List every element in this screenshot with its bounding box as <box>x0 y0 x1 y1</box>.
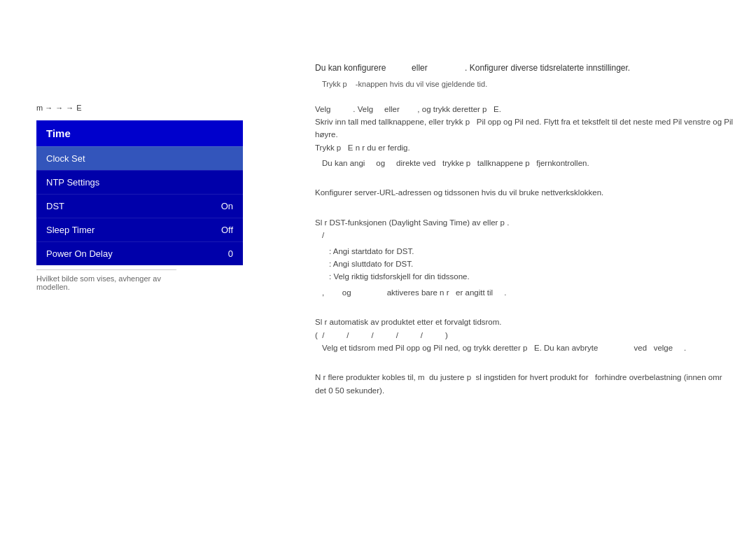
nav-item-dst-label: DST <box>46 201 64 211</box>
sleep-line1: Sl r automatisk av produktet etter et fo… <box>315 316 735 328</box>
footnote-text: Hvilket bilde som vises, avhenger av mod… <box>36 274 161 291</box>
dst-line6: , og aktiveres bare n r er angitt til . <box>322 286 735 299</box>
footnote: Hvilket bilde som vises, avhenger av mod… <box>36 269 176 291</box>
breadcrumb: m → → → E <box>36 104 82 112</box>
clock-set-intro-sub: Trykk p -knappen hvis du vil vise gjelde… <box>322 78 735 90</box>
power-body: N r flere produkter kobles til, m du jus… <box>315 371 735 397</box>
dst-line5: : Velg riktig tidsforskjell for din tids… <box>329 270 735 283</box>
dst-line2: / <box>322 229 735 241</box>
nav-item-dst-value: On <box>221 201 233 211</box>
dst-line4: : Angi sluttdato for DST. <box>329 258 735 270</box>
nav-item-power-on-delay[interactable]: Power On Delay 0 <box>36 241 243 265</box>
section-dst: Sl r DST-funksjonen (Daylight Saving Tim… <box>315 216 735 299</box>
dst-body: Sl r DST-funksjonen (Daylight Saving Tim… <box>315 216 735 299</box>
ntp-body: Konfigurer server-URL-adressen og tidsso… <box>315 186 735 199</box>
nav-item-ntp-settings[interactable]: NTP Settings <box>36 170 243 194</box>
content-area: Du kan konfigurere eller . Konfigurer di… <box>315 62 735 418</box>
nav-item-clock-set-label: Clock Set <box>46 153 85 164</box>
clock-set-line3: Trykk p E n r du er ferdig. <box>315 141 735 154</box>
sleep-line2: ( / / / / / ) <box>315 329 735 342</box>
nav-menu: Time Clock Set NTP Settings DST On Sleep… <box>36 120 243 265</box>
nav-item-dst[interactable]: DST On <box>36 194 243 218</box>
breadcrumb-arrow1: → <box>55 104 63 112</box>
sleep-body: Sl r automatisk av produktet etter et fo… <box>315 316 735 354</box>
nav-item-ntp-label: NTP Settings <box>46 177 99 188</box>
clock-set-line1: Velg . Velg eller , og trykk deretter p … <box>315 103 735 115</box>
nav-item-sleep-label: Sleep Timer <box>46 225 94 235</box>
dst-line3: : Angi startdato for DST. <box>329 245 735 258</box>
clock-set-line4: Du kan angi og direkte ved trykke p tall… <box>322 157 735 169</box>
sleep-line3: Velg et tidsrom med Pil opp og Pil ned, … <box>322 342 735 354</box>
clock-set-line2: Skriv inn tall med tallknappene, eller t… <box>315 115 735 141</box>
clock-set-intro-title: Du kan konfigurere eller . Konfigurer di… <box>315 62 735 74</box>
power-line1: N r flere produkter kobles til, m du jus… <box>315 371 735 397</box>
section-power-on-delay: N r flere produkter kobles til, m du jus… <box>315 371 735 397</box>
section-sleep-timer: Sl r automatisk av produktet etter et fo… <box>315 316 735 354</box>
section-clock-set-intro: Du kan konfigurere eller . Konfigurer di… <box>315 62 735 90</box>
breadcrumb-end: E <box>76 104 81 112</box>
section-ntp: Konfigurer server-URL-adressen og tidsso… <box>315 186 735 199</box>
breadcrumb-text: m → <box>36 104 52 112</box>
nav-header: Time <box>36 120 243 146</box>
nav-item-sleep-timer[interactable]: Sleep Timer Off <box>36 218 243 241</box>
ntp-line1: Konfigurer server-URL-adressen og tidsso… <box>315 186 735 199</box>
nav-item-power-value: 0 <box>228 248 233 259</box>
breadcrumb-arrow2: → <box>66 104 74 112</box>
dst-line1: Sl r DST-funksjonen (Daylight Saving Tim… <box>315 216 735 229</box>
nav-item-clock-set[interactable]: Clock Set <box>36 146 243 170</box>
clock-set-body: Velg . Velg eller , og trykk deretter p … <box>315 103 735 170</box>
nav-item-sleep-value: Off <box>221 225 233 235</box>
nav-title: Time <box>46 127 71 139</box>
section-clock-set-detail: Velg . Velg eller , og trykk deretter p … <box>315 103 735 170</box>
nav-item-power-label: Power On Delay <box>46 248 113 259</box>
